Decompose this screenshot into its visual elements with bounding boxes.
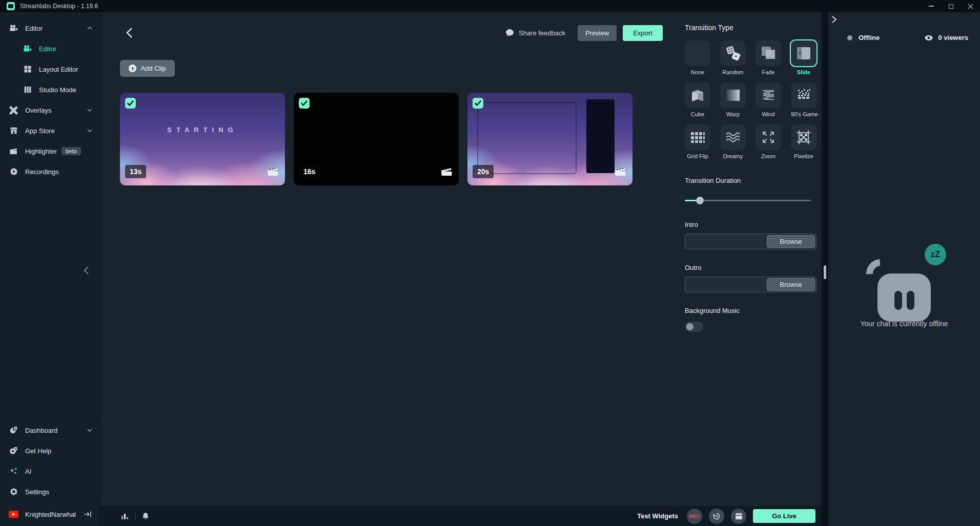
sidebar-item-label: Dashboard xyxy=(25,427,58,434)
outro-file-input[interactable]: Browse xyxy=(685,277,816,292)
sidebar-item-layout-editor[interactable]: Layout Editor xyxy=(0,59,99,79)
sidebar-item-app-store[interactable]: App Store xyxy=(0,120,99,141)
preview-button[interactable]: Preview xyxy=(578,25,617,41)
footer-bar: Test Widgets REC Go Live xyxy=(100,506,822,526)
beta-badge: beta xyxy=(62,147,80,155)
slide-icon xyxy=(791,40,816,66)
play-circle-icon xyxy=(9,167,18,176)
sidebar-nav: Editor Editor Layout Editor xyxy=(0,12,99,182)
test-widgets-button[interactable]: Test Widgets xyxy=(637,512,678,520)
logout-icon[interactable] xyxy=(84,510,92,518)
collapse-sidebar-icon[interactable] xyxy=(84,266,89,275)
sidebar-item-recordings[interactable]: Recordings xyxy=(0,161,99,182)
sidebar-item-editor-group[interactable]: Editor xyxy=(0,18,99,38)
clip-checkbox[interactable] xyxy=(125,98,136,109)
clip-duration-badge: 13s xyxy=(125,165,146,178)
outro-label: Outro xyxy=(685,264,816,271)
notifications-bell-icon[interactable] xyxy=(142,512,149,520)
chat-panel: Offline 0 viewers zZ Your chat is curren… xyxy=(828,12,980,526)
sleep-badge: zZ xyxy=(925,244,946,265)
outro-browse-button[interactable]: Browse xyxy=(767,278,815,291)
eye-icon xyxy=(924,35,933,41)
intro-label: Intro xyxy=(685,221,816,228)
speech-bubble-icon xyxy=(505,29,514,37)
transitions-panel: Transition Type None Random xyxy=(674,12,822,506)
record-button[interactable]: REC xyxy=(687,509,702,524)
export-button[interactable]: Export xyxy=(623,25,663,41)
transition-type-zoom[interactable]: Zoom xyxy=(756,124,781,159)
schedule-calendar-icon[interactable] xyxy=(731,509,746,524)
sleeping-mascot: zZ xyxy=(859,244,949,331)
sidebar-item-label: Settings xyxy=(25,488,49,496)
transition-duration-label: Transition Duration xyxy=(685,177,816,184)
transition-type-slide[interactable]: Slide xyxy=(791,40,816,75)
maximize-button[interactable] xyxy=(941,0,961,12)
gear-icon xyxy=(9,488,18,496)
sidebar-bottom: Dashboard Get Help AI xyxy=(0,419,99,526)
replay-buffer-icon[interactable] xyxy=(709,509,724,524)
sidebar-item-highlighter[interactable]: Highlighter beta xyxy=(0,141,99,161)
collapse-chat-icon[interactable] xyxy=(832,16,836,23)
editor-header: Share feedback Preview Export xyxy=(120,12,663,51)
transition-type-dreamy[interactable]: Dreamy xyxy=(720,124,746,159)
close-button[interactable] xyxy=(961,0,980,12)
sidebar-item-ai[interactable]: AI xyxy=(0,461,99,481)
plus-icon xyxy=(129,65,136,72)
sparkles-icon xyxy=(9,467,18,475)
share-feedback-label: Share feedback xyxy=(519,29,565,37)
sidebar-item-get-help[interactable]: Get Help xyxy=(0,440,99,461)
performance-metrics-icon[interactable] xyxy=(121,513,129,520)
sidebar-item-label: Editor xyxy=(25,25,43,32)
help-icon xyxy=(9,447,18,455)
background-music-toggle[interactable] xyxy=(685,322,703,332)
sidebar-item-settings[interactable]: Settings xyxy=(0,481,99,502)
transition-type-fade[interactable]: Fade xyxy=(756,40,781,75)
transition-type-grid-flip[interactable]: Grid Flip xyxy=(685,124,710,159)
camera-icon xyxy=(23,45,32,53)
transition-type-title: Transition Type xyxy=(685,24,816,32)
transition-type-90s-game[interactable]: 90's Game xyxy=(791,82,816,117)
chevron-down-icon xyxy=(87,109,92,112)
intro-file-input[interactable]: Browse xyxy=(685,234,816,249)
sidebar-item-studio-mode[interactable]: Studio Mode xyxy=(0,79,99,100)
transition-type-pixelize[interactable]: Pixelize xyxy=(791,124,816,159)
transition-duration-slider[interactable] xyxy=(685,197,811,204)
share-feedback-button[interactable]: Share feedback xyxy=(505,29,565,37)
clapperboard-icon xyxy=(9,147,18,155)
sidebar-item-label: Layout Editor xyxy=(39,66,78,73)
minimize-button[interactable] xyxy=(922,0,941,12)
background-music-label: Background Music xyxy=(685,307,816,314)
sidebar-item-label: Overlays xyxy=(25,107,51,114)
add-clip-button[interactable]: Add Clip xyxy=(120,60,175,77)
intro-browse-button[interactable]: Browse xyxy=(767,235,815,248)
transition-type-none[interactable]: None xyxy=(685,40,710,75)
grid-flip-icon xyxy=(685,124,710,150)
sidebar-item-overlays[interactable]: Overlays xyxy=(0,100,99,120)
editor-content: Share feedback Preview Export Add Clip S… xyxy=(100,12,674,506)
pixelize-icon xyxy=(791,124,816,150)
transition-type-random[interactable]: Random xyxy=(720,40,746,75)
sidebar-item-label: AI xyxy=(25,468,31,475)
back-button[interactable] xyxy=(126,27,133,38)
go-live-button[interactable]: Go Live xyxy=(753,509,815,523)
mascot-eye xyxy=(907,291,914,310)
user-account[interactable]: KnightedNarwhal xyxy=(0,502,99,526)
transition-type-wind[interactable]: Wind xyxy=(756,82,781,117)
clip-thumbnail-2[interactable]: 16s xyxy=(294,93,459,185)
clip-checkbox[interactable] xyxy=(299,98,310,109)
chat-offline-message: Your chat is currently offline xyxy=(828,320,980,328)
titlebar: Streamlabs Desktop - 1.19.6 xyxy=(0,0,980,12)
clip-thumbnail-3[interactable]: 20s xyxy=(467,93,632,185)
clip-thumbnail-1[interactable]: STARTING 13s xyxy=(120,93,285,185)
sidebar-item-dashboard[interactable]: Dashboard xyxy=(0,420,99,440)
slider-thumb[interactable] xyxy=(696,197,704,204)
cube-icon xyxy=(685,82,710,108)
transition-type-cube[interactable]: Cube xyxy=(685,82,710,117)
transition-type-warp[interactable]: Warp xyxy=(720,82,746,117)
sidebar-item-editor[interactable]: Editor xyxy=(0,38,99,59)
chevron-down-icon xyxy=(87,129,92,132)
clip-checkbox[interactable] xyxy=(473,98,483,109)
viewer-count: 0 viewers xyxy=(938,34,968,41)
dice-icon xyxy=(720,40,746,66)
resize-handle[interactable] xyxy=(824,265,826,279)
